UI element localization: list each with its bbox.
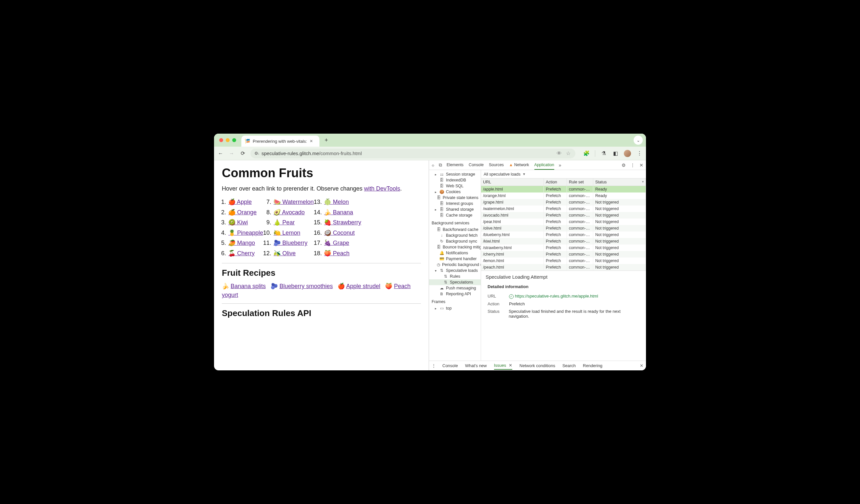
recipe-link[interactable]: Blueberry smoothies: [280, 283, 333, 289]
tab-close-icon[interactable]: ✕: [310, 139, 313, 143]
fruit-link[interactable]: 🥥 Coconut: [324, 230, 355, 236]
sidebar-item[interactable]: ▸🍪Cookies: [429, 189, 481, 195]
table-row[interactable]: /avocado.htmlPrefetchcommon-…Not trigger…: [481, 212, 646, 218]
drawer-tab-network-conditions[interactable]: Network conditions: [519, 362, 555, 370]
fruit-link[interactable]: 🍊 Orange: [228, 209, 257, 216]
sidebar-item[interactable]: 💳Payment handler: [429, 256, 481, 262]
window-close-button[interactable]: [219, 138, 223, 142]
sidebar-item[interactable]: ☁Push messaging: [429, 285, 481, 291]
table-row[interactable]: /strawberry.htmlPrefetchcommon-…Not trig…: [481, 245, 646, 251]
bookmark-star-icon[interactable]: ☆: [565, 150, 572, 156]
devtools-close-icon[interactable]: ✕: [640, 162, 643, 168]
device-toolbar-icon[interactable]: ⧉: [439, 162, 442, 168]
fruit-link[interactable]: 🍌 Banana: [324, 209, 353, 216]
fruit-link[interactable]: 🍓 Strawberry: [324, 219, 361, 226]
fruit-link[interactable]: 🍑 Peach: [324, 250, 349, 257]
labs-flask-icon[interactable]: ⚗: [600, 150, 607, 156]
fruit-link[interactable]: 🍎 Apple: [228, 199, 252, 205]
fruit-link[interactable]: 🍒 Cherry: [228, 250, 255, 257]
eye-off-icon[interactable]: 👁: [556, 150, 562, 156]
browser-tab[interactable]: 🎏 Prerendering with web-vitals: ✕: [241, 135, 319, 147]
fruit-link[interactable]: 🍋 Lemon: [274, 230, 300, 236]
fruit-link[interactable]: 🍉 Watermelon: [274, 199, 314, 205]
reload-button[interactable]: ⟳: [239, 150, 246, 156]
sidebar-item[interactable]: ↓Background fetch: [429, 232, 481, 238]
table-row[interactable]: /orange.htmlPrefetchcommon-…Ready: [481, 192, 646, 199]
fruit-link[interactable]: 🍍 Pineapple: [228, 230, 263, 236]
inspect-element-icon[interactable]: ⟐: [432, 162, 434, 168]
fruit-link[interactable]: 🥭 Mango: [228, 240, 255, 246]
recipe-link[interactable]: Banana splits: [231, 283, 266, 289]
fruit-link[interactable]: 🫒 Olive: [274, 250, 296, 257]
sidebar-item[interactable]: 🗄Web SQL: [429, 183, 481, 189]
site-settings-icon[interactable]: ⚙ᵢ: [254, 151, 259, 156]
fruit-link[interactable]: 🥝 Kiwi: [228, 219, 248, 226]
sidebar-item[interactable]: ▾⇅Speculative loads: [429, 268, 481, 273]
sidebar-item[interactable]: 🗄Private state tokens: [429, 195, 481, 201]
fruit-link[interactable]: 🥑 Avocado: [274, 209, 305, 216]
table-header[interactable]: URL: [481, 178, 544, 186]
detail-url-value[interactable]: ✓https://speculative-rules.glitch.me/app…: [509, 293, 598, 299]
speculative-loads-filter[interactable]: All speculative loads ▼: [481, 170, 646, 178]
devtools-panel-application[interactable]: Application: [534, 162, 554, 170]
fruit-link[interactable]: 🫐 Blueberry: [274, 240, 307, 246]
extensions-icon[interactable]: 🧩: [583, 150, 590, 156]
table-row[interactable]: /kiwi.htmlPrefetchcommon-…Not triggered: [481, 238, 646, 245]
drawer-tab-what-s-new[interactable]: What's new: [465, 362, 487, 370]
table-row[interactable]: /pear.htmlPrefetchcommon-…Not triggered: [481, 218, 646, 225]
window-minimize-button[interactable]: [226, 138, 230, 142]
profile-avatar[interactable]: [624, 150, 631, 157]
table-header[interactable]: Action: [544, 178, 567, 186]
fruit-link[interactable]: 🍐 Pear: [274, 219, 295, 226]
devtools-panel-elements[interactable]: Elements: [447, 162, 463, 168]
drawer-menu-icon[interactable]: ⋮: [432, 363, 436, 368]
drawer-tab-console[interactable]: Console: [442, 362, 458, 370]
side-panel-icon[interactable]: ◧: [612, 150, 619, 156]
drawer-tab-issues[interactable]: Issues ✕: [494, 362, 513, 370]
devtools-panel-sources[interactable]: Sources: [489, 162, 504, 168]
sidebar-item[interactable]: ▸⚏Session storage: [429, 171, 481, 177]
table-row[interactable]: /grape.htmlPrefetchcommon-…Not triggered: [481, 199, 646, 205]
sidebar-item[interactable]: ▸▭top: [429, 305, 481, 311]
fruit-link[interactable]: 🍈 Melon: [324, 199, 349, 205]
sidebar-item[interactable]: ⇅Speculations: [429, 279, 481, 285]
fruit-link[interactable]: 🍇 Grape: [324, 240, 349, 246]
sidebar-item[interactable]: 🗄IndexedDB: [429, 177, 481, 183]
devtools-panel-network[interactable]: ▲ Network: [509, 162, 529, 168]
sidebar-item[interactable]: 🔔Notifications: [429, 250, 481, 256]
close-icon[interactable]: ✕: [509, 363, 512, 368]
browser-menu-icon[interactable]: ⋮: [636, 150, 643, 156]
address-bar[interactable]: ⚙ᵢ speculative-rules.glitch.me/common-fr…: [250, 148, 575, 158]
table-row[interactable]: /cherry.htmlPrefetchcommon-…Not triggere…: [481, 251, 646, 258]
sidebar-item[interactable]: ▸🗄Shared storage: [429, 206, 481, 212]
sidebar-item[interactable]: 🗎Reporting API: [429, 291, 481, 297]
table-row[interactable]: /olive.htmlPrefetchcommon-…Not triggered: [481, 225, 646, 231]
drawer-tab-rendering[interactable]: Rendering: [583, 362, 602, 370]
devtools-link[interactable]: with DevTools: [364, 185, 400, 192]
table-row[interactable]: /watermelon.htmlPrefetchcommon-…Not trig…: [481, 205, 646, 212]
devtools-menu-icon[interactable]: ⋮: [630, 162, 635, 168]
drawer-close-icon[interactable]: ✕: [640, 363, 643, 368]
sidebar-item[interactable]: 🗄Cache storage: [429, 212, 481, 218]
sidebar-item[interactable]: ↻Background sync: [429, 238, 481, 244]
sidebar-item[interactable]: 🗄Interest groups: [429, 201, 481, 206]
table-header[interactable]: Status▾: [593, 178, 646, 186]
more-panels-icon[interactable]: »: [559, 162, 561, 168]
recipe-link[interactable]: Apple strudel: [346, 283, 380, 289]
sidebar-item[interactable]: 🗄Back/forward cache: [429, 227, 481, 232]
table-row[interactable]: /blueberry.htmlPrefetchcommon-…Not trigg…: [481, 231, 646, 238]
table-row[interactable]: /lemon.htmlPrefetchcommon-…Not triggered: [481, 258, 646, 264]
sidebar-item[interactable]: 🗄Bounce tracking mitigations: [429, 244, 481, 250]
devtools-settings-icon[interactable]: ⚙: [621, 162, 626, 168]
window-zoom-button[interactable]: [232, 138, 236, 142]
devtools-panel-console[interactable]: Console: [469, 162, 484, 168]
back-button[interactable]: ←: [217, 150, 224, 156]
table-row[interactable]: /peach.htmlPrefetchcommon-…Not triggered: [481, 264, 646, 271]
tab-search-button[interactable]: ⌄: [634, 135, 643, 145]
drawer-tab-search[interactable]: Search: [562, 362, 576, 370]
new-tab-button[interactable]: +: [322, 137, 330, 144]
sidebar-item[interactable]: ⇅Rules: [429, 273, 481, 279]
sidebar-item[interactable]: ◷Periodic background sync: [429, 262, 481, 268]
table-row[interactable]: /apple.htmlPrefetchcommon-…Ready: [481, 186, 646, 193]
table-header[interactable]: Rule set: [567, 178, 593, 186]
